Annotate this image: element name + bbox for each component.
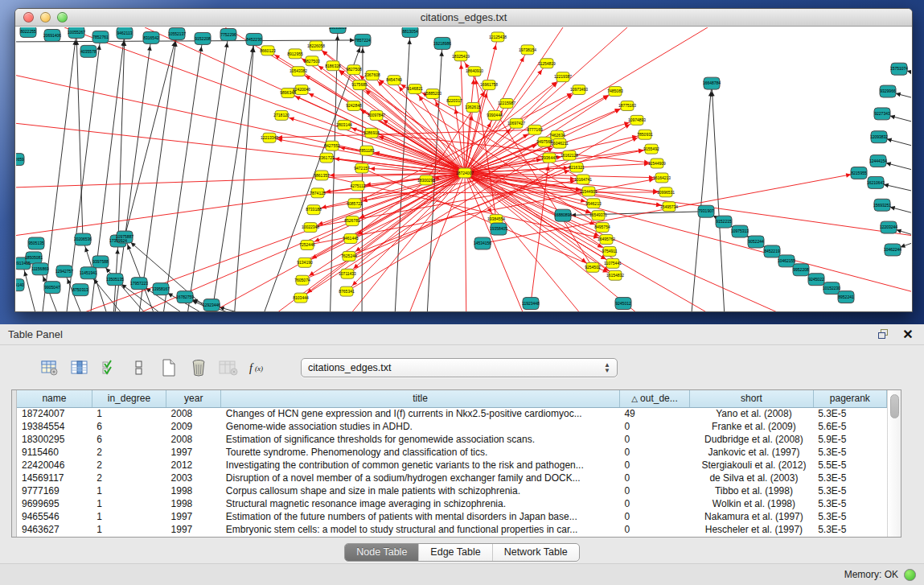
svg-text:16961758: 16961758 bbox=[480, 82, 498, 87]
cell-name: 18724007 bbox=[17, 407, 92, 420]
table-panel-title: Table Panel bbox=[8, 328, 63, 340]
svg-text:12093832: 12093832 bbox=[870, 134, 888, 139]
svg-text:11254819: 11254819 bbox=[538, 61, 556, 66]
cell-out_de: 0 bbox=[619, 472, 689, 484]
svg-text:10996531: 10996531 bbox=[657, 190, 675, 195]
svg-text:8912955: 8912955 bbox=[287, 51, 303, 56]
svg-text:2361723: 2361723 bbox=[318, 155, 335, 160]
cell-year: 1997 bbox=[166, 510, 221, 523]
network-canvas[interactable]: 1872400786601238912955182260589827503818… bbox=[16, 27, 911, 311]
svg-text:19218986: 19218986 bbox=[433, 41, 451, 46]
tab-network-table[interactable]: Network Table bbox=[493, 544, 579, 561]
svg-text:15495734: 15495734 bbox=[660, 204, 678, 209]
cell-out_de: 0 bbox=[619, 497, 689, 510]
cell-out_de: 0 bbox=[619, 484, 689, 497]
column-header-pagerank[interactable]: pagerank bbox=[813, 390, 886, 407]
table-row[interactable]: 946554611997Estimation of the future num… bbox=[17, 510, 887, 523]
function-builder-icon[interactable]: f(x) bbox=[248, 358, 268, 377]
cell-short: Yano et al. (2008) bbox=[690, 407, 813, 420]
table-row[interactable]: 1456911722003Disruption of a novel membe… bbox=[17, 472, 887, 484]
cell-short: Stergiakouli et al. (2012) bbox=[690, 459, 813, 472]
table-selector-dropdown[interactable]: citations_edges.txt ▲▼ bbox=[301, 358, 618, 377]
network-window-titlebar[interactable]: citations_edges.txt bbox=[15, 9, 912, 27]
svg-text:18226058: 18226058 bbox=[307, 43, 325, 48]
svg-text:10975313: 10975313 bbox=[731, 229, 749, 233]
svg-text:10975887: 10975887 bbox=[116, 234, 133, 239]
row-height-icon[interactable] bbox=[129, 358, 149, 377]
scrollbar-thumb[interactable] bbox=[890, 394, 899, 418]
table-toolbar: f(x) citations_edges.txt ▲▼ bbox=[0, 345, 924, 389]
table-row[interactable]: 1830029562008Estimation of significance … bbox=[17, 433, 887, 446]
cell-name: 19384554 bbox=[17, 420, 92, 433]
table-row[interactable]: 2242004622012Investigating the contribut… bbox=[17, 459, 887, 472]
table-vertical-scrollbar[interactable] bbox=[887, 390, 901, 537]
svg-text:2718120: 2718120 bbox=[273, 113, 290, 117]
column-header-short[interactable]: short bbox=[690, 390, 813, 407]
cell-in_degree: 1 bbox=[92, 523, 166, 536]
cell-short: Wolkin et al. (1998) bbox=[690, 497, 813, 510]
close-panel-icon[interactable]: ✕ bbox=[900, 328, 916, 342]
cell-in_degree: 2 bbox=[92, 472, 166, 484]
svg-text:9546213: 9546213 bbox=[585, 201, 602, 206]
column-header-title[interactable]: title bbox=[221, 390, 620, 407]
svg-text:9227343: 9227343 bbox=[874, 111, 890, 116]
dropdown-stepper-icon: ▲▼ bbox=[604, 362, 610, 373]
cell-in_degree: 1 bbox=[92, 407, 166, 420]
column-header-name[interactable]: name bbox=[17, 390, 92, 407]
cell-title: Changes of HCN gene expression and I(f) … bbox=[221, 407, 620, 420]
column-header-in_degree[interactable]: in_degree bbox=[92, 390, 166, 407]
column-header-out_de[interactable]: △out_de... bbox=[619, 390, 689, 407]
cell-pagerank: 5.3E-5 bbox=[813, 484, 886, 497]
cell-short: Nakamura et al. (1997) bbox=[690, 510, 813, 523]
svg-text:9245022: 9245022 bbox=[808, 277, 824, 282]
cell-year: 2008 bbox=[166, 407, 221, 420]
table-type-tabs: Node TableEdge TableNetwork Table bbox=[344, 543, 579, 562]
float-panel-icon[interactable] bbox=[876, 328, 892, 342]
table-row[interactable]: 969969511998Structural magnetic resonanc… bbox=[17, 497, 887, 510]
node-table: namein_degreeyeartitle△out_de...shortpag… bbox=[17, 390, 887, 536]
close-window-button[interactable] bbox=[23, 12, 34, 23]
svg-text:16162128: 16162128 bbox=[561, 153, 578, 158]
table-row[interactable]: 1938455462009Genome-wide association stu… bbox=[17, 420, 887, 433]
svg-text:10974893: 10974893 bbox=[628, 117, 646, 122]
svg-text:16782759: 16782759 bbox=[176, 295, 194, 299]
svg-text:2936447: 2936447 bbox=[541, 155, 557, 160]
select-columns-icon[interactable] bbox=[70, 358, 89, 377]
zoom-window-button[interactable] bbox=[57, 12, 68, 23]
svg-text:10152230: 10152230 bbox=[823, 286, 840, 290]
minimize-window-button[interactable] bbox=[40, 12, 51, 23]
memory-status-indicator[interactable] bbox=[904, 569, 916, 581]
select-rows-checks-icon[interactable] bbox=[100, 358, 119, 377]
svg-text:8139140: 8139140 bbox=[16, 282, 24, 287]
svg-text:11451941: 11451941 bbox=[80, 270, 97, 275]
svg-text:10697427: 10697427 bbox=[507, 121, 525, 126]
svg-text:20691406: 20691406 bbox=[43, 33, 61, 38]
column-header-year[interactable]: year bbox=[166, 390, 221, 407]
table-row[interactable]: 977716911998Corpus callosum shape and si… bbox=[17, 484, 887, 497]
svg-text:9505135: 9505135 bbox=[28, 241, 44, 245]
svg-text:10543382: 10543382 bbox=[290, 68, 307, 73]
cell-short: Jankovic et al. (1997) bbox=[690, 446, 813, 459]
svg-text:12923446: 12923446 bbox=[203, 303, 220, 307]
cell-pagerank: 5.5E-5 bbox=[813, 459, 886, 472]
delete-trash-icon[interactable] bbox=[189, 358, 208, 377]
svg-text:10552137: 10552137 bbox=[168, 31, 186, 36]
table-row[interactable]: 946362711997Embryonic stem cells: a mode… bbox=[17, 523, 887, 536]
cell-year: 1997 bbox=[166, 523, 221, 536]
svg-text:9754911: 9754911 bbox=[602, 249, 617, 253]
window-title: citations_edges.txt bbox=[15, 9, 912, 26]
new-document-icon[interactable] bbox=[159, 358, 179, 377]
cell-year: 2008 bbox=[166, 433, 221, 446]
svg-text:9242848: 9242848 bbox=[346, 103, 362, 108]
cell-title: Investigating the contribution of common… bbox=[221, 459, 620, 472]
table-row[interactable]: 911546021997Tourette syndrome. Phenomeno… bbox=[17, 446, 887, 459]
tab-node-table[interactable]: Node Table bbox=[345, 544, 419, 561]
cell-title: Estimation of the future numbers of pati… bbox=[221, 510, 620, 523]
cell-pagerank: 5.3E-5 bbox=[813, 446, 886, 459]
svg-text:8220317: 8220317 bbox=[446, 98, 462, 103]
svg-text:17957223: 17957223 bbox=[130, 281, 148, 286]
tab-edge-table[interactable]: Edge Table bbox=[419, 544, 492, 561]
table-row[interactable]: 1872400712008Changes of HCN gene express… bbox=[17, 407, 887, 420]
cell-out_de: 0 bbox=[619, 420, 689, 433]
table-settings-icon[interactable] bbox=[40, 358, 60, 377]
